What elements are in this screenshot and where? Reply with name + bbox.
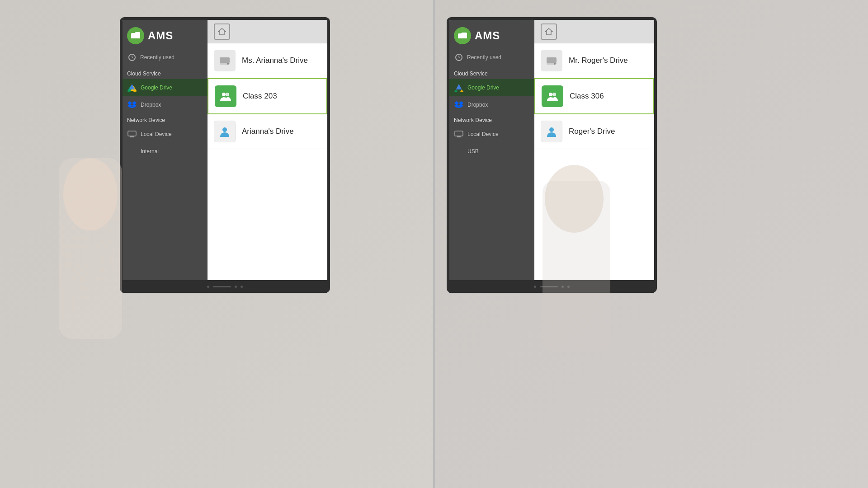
- usb-icon-right: [454, 146, 464, 156]
- recently-used-label-left: Recently used: [140, 54, 175, 61]
- rogers-drive-icon: [541, 50, 562, 71]
- ams-logo-left: [127, 27, 144, 44]
- svg-marker-32: [460, 89, 463, 92]
- usb-text-right: USB: [467, 148, 479, 155]
- sidebar-recently-left[interactable]: Recently used: [123, 50, 208, 67]
- svg-rect-0: [131, 34, 140, 38]
- dropbox-text-right: Dropbox: [467, 102, 488, 108]
- bezel-dot-2: [235, 286, 237, 288]
- app-title-left: AMS: [148, 29, 173, 42]
- personal-drive-icon: [214, 121, 236, 142]
- panel-divider: [433, 0, 435, 488]
- bezel-dot-1: [207, 286, 209, 288]
- drive-icon-left: [214, 50, 236, 71]
- svg-point-23: [222, 93, 226, 96]
- personal-drive-label: Arianna's Drive: [242, 127, 294, 136]
- recently-used-label-right: Recently used: [467, 54, 501, 61]
- file-item-ariannas-drive[interactable]: Ms. Arianna's Drive: [208, 43, 327, 78]
- ariannas-drive-label: Ms. Arianna's Drive: [242, 56, 308, 65]
- svg-rect-39: [457, 136, 461, 137]
- svg-rect-21: [220, 57, 230, 63]
- svg-line-3: [132, 57, 133, 58]
- ams-logo-right: [454, 27, 471, 44]
- person-man: [493, 81, 656, 488]
- svg-rect-50: [542, 181, 610, 352]
- svg-rect-38: [455, 131, 463, 136]
- class203-label: Class 203: [243, 92, 277, 101]
- svg-point-43: [554, 63, 556, 65]
- bezel-dot-3: [241, 286, 243, 288]
- svg-rect-42: [547, 57, 557, 63]
- svg-marker-19: [218, 28, 226, 35]
- sidebar-recently-right[interactable]: Recently used: [449, 50, 534, 67]
- main-content-left: Ms. Arianna's Drive Class: [208, 20, 327, 280]
- sidebar-header-left: AMS: [123, 20, 208, 50]
- svg-rect-48: [59, 158, 122, 339]
- person-woman: [14, 68, 167, 488]
- file-list-left: Ms. Arianna's Drive Class: [208, 43, 327, 280]
- clock-icon-right: [454, 52, 464, 62]
- file-item-personal-drive[interactable]: Arianna's Drive: [208, 114, 327, 149]
- class203-icon: [215, 85, 236, 107]
- svg-point-25: [222, 127, 227, 132]
- svg-marker-31: [454, 89, 458, 92]
- cloud-service-label-right: Cloud Service: [449, 67, 534, 79]
- clock-icon-left: [127, 52, 137, 62]
- dropbox-icon-right: [454, 100, 464, 110]
- local-device-icon-right: [454, 129, 464, 139]
- rogers-drive-label: Mr. Roger's Drive: [569, 56, 628, 65]
- bezel-bar: [213, 286, 231, 287]
- svg-point-22: [227, 63, 229, 65]
- home-button-left[interactable]: [214, 23, 230, 40]
- home-button-right[interactable]: [541, 23, 557, 40]
- file-item-rogers-drive[interactable]: Mr. Roger's Drive: [534, 43, 654, 78]
- sidebar-header-right: AMS: [449, 20, 534, 50]
- svg-line-29: [459, 57, 460, 58]
- main-header-left: [208, 20, 327, 43]
- app-title-right: AMS: [475, 29, 500, 42]
- svg-marker-40: [545, 28, 552, 35]
- svg-point-24: [226, 93, 229, 96]
- google-drive-icon-right: [454, 83, 464, 93]
- main-header-right: [534, 20, 654, 43]
- file-item-class203[interactable]: Class 203: [208, 78, 327, 114]
- svg-marker-30: [456, 84, 462, 89]
